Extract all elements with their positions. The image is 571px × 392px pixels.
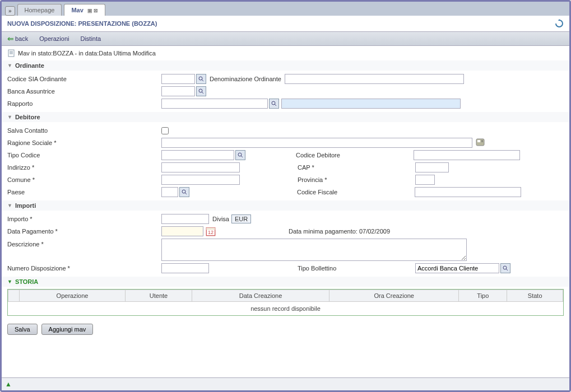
section-importi[interactable]: ▼ Importi xyxy=(2,200,569,211)
th-tipo: Tipo xyxy=(459,290,507,302)
codice-sia-lookup[interactable] xyxy=(196,74,206,84)
tipo-codice-lookup[interactable] xyxy=(235,150,245,160)
salva-contatto-checkbox[interactable] xyxy=(161,127,169,134)
title-bar: NUOVA DISPOSIZIONE: PRESENTAZIONE (BOZZA… xyxy=(2,16,569,31)
codice-fiscale-label: Codice Fiscale xyxy=(291,189,415,195)
data-pagamento-label: Data Pagamento * xyxy=(7,228,161,235)
paese-label: Paese xyxy=(7,189,161,195)
tab-mav[interactable]: Mav ▣ ⊠ xyxy=(64,4,105,16)
banca-input[interactable] xyxy=(161,86,195,96)
provincia-label: Provincia * xyxy=(292,176,415,183)
section-title: STORIA xyxy=(15,278,38,285)
tipo-bollettino-lookup[interactable] xyxy=(500,263,510,273)
section-title: Ordinante xyxy=(15,62,44,69)
storia-table: Operazione Utente Data Creazione Ora Cre… xyxy=(7,289,564,316)
th-ora-creazione: Ora Creazione xyxy=(329,290,459,302)
numero-disposizione-label: Numero Disposizione * xyxy=(7,265,161,272)
debitore-form: Salva Contatto Ragione Sociale * Tipo Co… xyxy=(2,122,569,200)
calendar-icon[interactable]: 12 xyxy=(206,226,216,236)
provincia-input[interactable] xyxy=(415,175,435,185)
rapporto-label: Rapporto xyxy=(7,100,161,107)
cap-label: CAP * xyxy=(292,164,415,171)
tipo-codice-label: Tipo Codice xyxy=(7,152,161,158)
banca-lookup[interactable] xyxy=(196,86,206,96)
svg-line-17 xyxy=(185,193,187,194)
toolbar: ⇐ back Operazioni Distinta xyxy=(2,31,569,46)
expand-button[interactable]: » xyxy=(5,6,15,16)
rapporto-display xyxy=(281,99,461,109)
importo-label: Importo * xyxy=(7,216,161,222)
empty-message: nessun record disponibile xyxy=(8,302,563,316)
section-debitore[interactable]: ▼ Debitore xyxy=(2,112,569,122)
refresh-icon[interactable] xyxy=(555,19,564,28)
indirizzo-input[interactable] xyxy=(161,162,240,172)
toolbar-distinta[interactable]: Distinta xyxy=(80,35,101,42)
th-data-creazione: Data Creazione xyxy=(192,290,329,302)
comune-label: Comune * xyxy=(7,176,161,183)
codice-sia-input[interactable] xyxy=(161,74,195,84)
status-line: Mav in stato:BOZZA - in data:Data Ultima… xyxy=(2,46,569,60)
status-text: Mav in stato:BOZZA - in data:Data Ultima… xyxy=(18,50,156,57)
salva-button[interactable]: Salva xyxy=(7,324,38,335)
ordinante-form: Codice SIA Ordinante Denominazione Ordin… xyxy=(2,71,569,112)
tipo-bollettino-input[interactable] xyxy=(415,263,499,273)
th-stato: Stato xyxy=(507,290,563,302)
rapporto-lookup[interactable] xyxy=(269,99,279,109)
chevron-down-icon: ▼ xyxy=(7,279,12,284)
chevron-down-icon: ▼ xyxy=(7,203,12,208)
contacts-icon[interactable] xyxy=(476,138,487,148)
tab-bar: » Homepage Mav ▣ ⊠ xyxy=(2,2,569,16)
cap-input[interactable] xyxy=(415,162,449,172)
codice-fiscale-input[interactable] xyxy=(415,187,521,197)
arrow-left-icon: ⇐ xyxy=(7,34,14,43)
document-icon xyxy=(7,49,15,57)
back-button[interactable]: ⇐ back xyxy=(7,34,28,43)
importo-input[interactable] xyxy=(161,214,209,224)
descrizione-label: Descrizione * xyxy=(7,239,161,248)
ragione-sociale-label: Ragione Sociale * xyxy=(7,139,161,146)
section-storia[interactable]: ▼ STORIA xyxy=(2,277,569,287)
importi-form: Importo * Divisa EUR Data Pagamento * 12… xyxy=(2,211,569,277)
svg-line-9 xyxy=(275,104,276,106)
triangle-up-icon[interactable]: ▲ xyxy=(5,380,12,388)
chevron-down-icon: ▼ xyxy=(7,63,12,68)
th-blank xyxy=(8,290,20,302)
th-operazione: Operazione xyxy=(20,290,126,302)
data-minima-label: Data minima pagamento: 07/02/2009 xyxy=(289,228,390,235)
action-bar: Salva Aggiungi mav xyxy=(2,318,569,340)
data-pagamento-input[interactable] xyxy=(161,226,203,236)
paese-lookup[interactable] xyxy=(179,187,189,197)
back-label: back xyxy=(15,35,28,42)
indirizzo-label: Indirizzo * xyxy=(7,164,161,171)
aggiungi-mav-button[interactable]: Aggiungi mav xyxy=(41,324,94,335)
th-utente: Utente xyxy=(126,290,192,302)
comune-input[interactable] xyxy=(161,175,240,185)
descrizione-input[interactable] xyxy=(161,239,467,261)
rapporto-input[interactable] xyxy=(161,99,268,109)
toolbar-operazioni[interactable]: Operazioni xyxy=(39,35,69,42)
svg-line-7 xyxy=(202,92,203,94)
denominazione-label: Denominazione Ordinante xyxy=(210,76,281,82)
ragione-sociale-input[interactable] xyxy=(161,138,472,148)
tab-homepage[interactable]: Homepage xyxy=(17,4,62,16)
tipo-codice-input[interactable] xyxy=(161,150,234,160)
footer: ▲ xyxy=(2,377,569,390)
denominazione-input[interactable] xyxy=(285,74,464,84)
section-ordinante[interactable]: ▼ Ordinante xyxy=(2,60,569,71)
divisa-value: EUR xyxy=(231,214,251,223)
tab-label: Mav xyxy=(71,7,83,13)
banca-label: Banca Assuntrice xyxy=(7,88,161,95)
svg-line-22 xyxy=(506,269,508,270)
codice-sia-label: Codice SIA Ordinante xyxy=(7,76,161,82)
paese-input[interactable] xyxy=(161,187,178,197)
salva-contatto-label: Salva Contatto xyxy=(7,127,161,134)
section-title: Importi xyxy=(15,202,36,209)
section-title: Debitore xyxy=(15,114,40,120)
chevron-down-icon: ▼ xyxy=(7,114,12,120)
numero-disposizione-input[interactable] xyxy=(161,263,209,273)
svg-text:12: 12 xyxy=(208,230,213,235)
codice-debitore-label: Codice Debitore xyxy=(290,152,414,158)
codice-debitore-input[interactable] xyxy=(414,150,520,160)
page-title: NUOVA DISPOSIZIONE: PRESENTAZIONE (BOZZA… xyxy=(7,20,157,27)
svg-line-15 xyxy=(241,156,243,157)
